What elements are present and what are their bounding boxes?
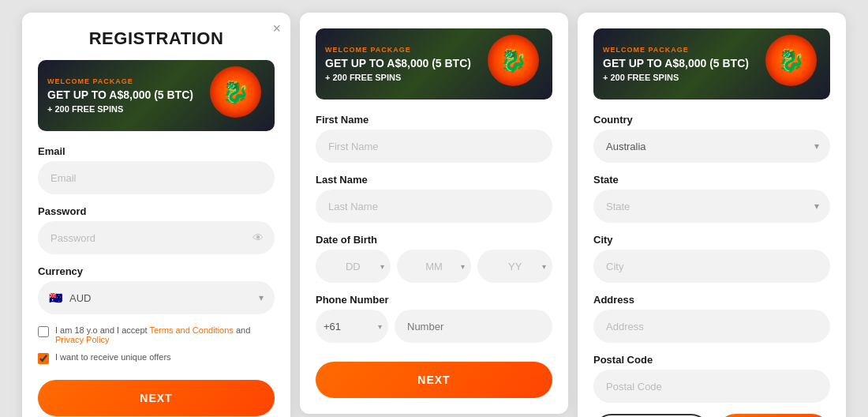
back-button[interactable]: BACK (593, 414, 709, 417)
password-field-group: Password 👁 (38, 205, 275, 254)
password-label: Password (38, 205, 275, 217)
last-name-label: Last Name (316, 174, 552, 186)
promo-sub-1: + 200 FREE SPINS (47, 104, 210, 114)
state-field-group: State State New South Wales Victoria Que… (593, 174, 830, 223)
promo-image-2: 🐉 (488, 35, 543, 94)
email-label: Email (38, 145, 275, 157)
next-button-1[interactable]: NEXT (38, 380, 275, 416)
phone-label: Phone Number (316, 294, 552, 306)
privacy-link[interactable]: Privacy Policy (55, 335, 109, 344)
postal-label: Postal Code (593, 354, 830, 366)
city-input[interactable] (593, 250, 830, 283)
promo-sub-3: + 200 FREE SPINS (603, 73, 765, 82)
country-field-group: Country Australia United States United K… (593, 114, 830, 163)
state-select[interactable]: State New South Wales Victoria Queenslan… (593, 190, 830, 223)
city-label: City (593, 234, 830, 246)
terms-checkbox[interactable] (38, 326, 49, 337)
first-name-field-group: First Name (316, 114, 552, 163)
email-field-group: Email (38, 145, 275, 194)
close-button[interactable]: × (272, 21, 281, 37)
promo-label-1: WELCOME PACKAGE (47, 77, 210, 85)
city-field-group: City (593, 234, 830, 283)
promo-label-3: WELCOME PACKAGE (603, 46, 765, 54)
promo-banner-1: WELCOME PACKAGE GET UP TO A$8,000 (5 BTC… (38, 60, 275, 131)
offers-text: I want to receive unique offers (55, 352, 171, 362)
panel-title: REGISTRATION (38, 28, 275, 49)
country-label: Country (593, 114, 830, 126)
dob-label: Date of Birth (316, 234, 552, 246)
state-label: State (593, 174, 830, 186)
phone-number-input[interactable] (395, 310, 552, 343)
phone-field-group: Phone Number +61 +1 +44 ▾ (316, 294, 552, 343)
phone-code-select[interactable]: +61 +1 +44 (316, 310, 388, 343)
email-input[interactable] (38, 161, 275, 194)
dragon-icon-1: 🐉 (210, 66, 261, 118)
next-button-2[interactable]: NEXT (316, 362, 552, 398)
currency-flag-icon: 🇦🇺 (47, 290, 63, 306)
address-input[interactable] (593, 310, 830, 343)
currency-field-group: Currency 🇦🇺 AUD USD EUR BTC ▾ (38, 265, 275, 314)
offers-checkbox-row: I want to receive unique offers (38, 352, 275, 364)
promo-banner-3: WELCOME PACKAGE GET UP TO A$8,000 (5 BTC… (593, 28, 830, 100)
finish-button[interactable]: FINISH (717, 414, 830, 417)
panel-location: WELCOME PACKAGE GET UP TO A$8,000 (5 BTC… (578, 13, 846, 417)
dob-field-group: Date of Birth DD ▾ MM ▾ YY (316, 234, 552, 283)
postal-field-group: Postal Code (593, 354, 830, 403)
country-select[interactable]: Australia United States United Kingdom (593, 130, 830, 163)
offers-checkbox[interactable] (38, 353, 49, 364)
first-name-label: First Name (316, 114, 552, 126)
promo-banner-2: WELCOME PACKAGE GET UP TO A$8,000 (5 BTC… (316, 28, 552, 100)
postal-input[interactable] (593, 370, 830, 403)
promo-image-3: 🐉 (765, 35, 821, 94)
password-eye-icon[interactable]: 👁 (253, 231, 264, 244)
first-name-input[interactable] (316, 130, 552, 163)
promo-title-1: GET UP TO A$8,000 (5 BTC) (47, 88, 210, 102)
action-buttons-row: BACK FINISH (593, 414, 830, 417)
last-name-input[interactable] (316, 190, 552, 223)
terms-text: I am 18 y.o and I accept (55, 325, 149, 335)
promo-image-1: 🐉 (210, 66, 265, 126)
promo-title-3: GET UP TO A$8,000 (5 BTC) (603, 57, 765, 70)
dob-yy-select[interactable]: YY (477, 250, 552, 283)
panel-personal: WELCOME PACKAGE GET UP TO A$8,000 (5 BTC… (300, 13, 568, 414)
dob-mm-select[interactable]: MM (397, 250, 472, 283)
promo-sub-2: + 200 FREE SPINS (325, 73, 488, 82)
address-field-group: Address (593, 294, 830, 343)
password-input[interactable] (38, 221, 275, 254)
terms-link[interactable]: Terms and Conditions (149, 325, 233, 335)
currency-select[interactable]: AUD USD EUR BTC (38, 281, 275, 314)
dragon-icon-3: 🐉 (765, 35, 817, 86)
terms-checkbox-row: I am 18 y.o and I accept Terms and Condi… (38, 325, 275, 344)
panels-container: × REGISTRATION WELCOME PACKAGE GET UP TO… (0, 0, 868, 417)
address-label: Address (593, 294, 830, 306)
panel-registration: × REGISTRATION WELCOME PACKAGE GET UP TO… (22, 13, 290, 417)
promo-label-2: WELCOME PACKAGE (325, 46, 488, 54)
promo-title-2: GET UP TO A$8,000 (5 BTC) (325, 57, 488, 70)
currency-label: Currency (38, 265, 275, 277)
last-name-field-group: Last Name (316, 174, 552, 223)
dob-dd-select[interactable]: DD (316, 250, 391, 283)
dragon-icon-2: 🐉 (488, 35, 539, 86)
